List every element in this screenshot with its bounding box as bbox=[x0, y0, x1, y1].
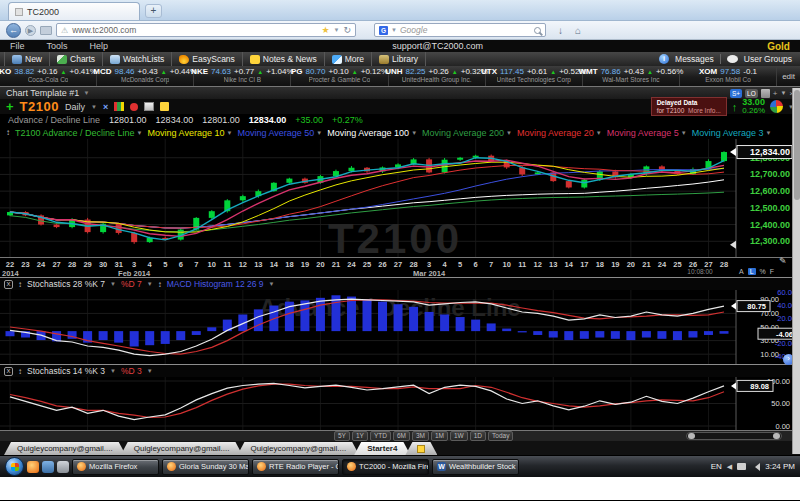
ticker-item[interactable]: NKE74.63+0.77▲+1.04%Nike Inc Cl B bbox=[194, 66, 291, 86]
zoom-1m[interactable]: 1M bbox=[431, 431, 448, 441]
explorer-quicklaunch-icon[interactable] bbox=[42, 461, 54, 473]
download-icon[interactable]: ↓ bbox=[558, 25, 563, 36]
scroll-handle-right[interactable] bbox=[773, 433, 780, 439]
ticker-edit-link[interactable]: edit bbox=[777, 66, 800, 86]
task-button[interactable]: Mozilla Firefox bbox=[72, 459, 159, 475]
stochastic-panel[interactable]: 100.0050.000.0089.08 bbox=[0, 377, 800, 430]
zoom-1d[interactable]: 1D bbox=[470, 431, 486, 441]
zoom-1y[interactable]: 1Y bbox=[352, 431, 368, 441]
calendar-icon[interactable] bbox=[144, 102, 154, 111]
url-dropdown-icon[interactable]: ▼ bbox=[334, 27, 340, 33]
stochastics28-label[interactable]: Stochastics 28 %K 7 bbox=[27, 279, 105, 289]
stochastics28-d-label[interactable]: %D 7 bbox=[121, 279, 142, 289]
resize-handle-icon[interactable]: ↕ bbox=[18, 280, 22, 289]
legend-item[interactable]: Moving Average 200▼ bbox=[422, 128, 512, 138]
resize-handle-icon[interactable]: ↕ bbox=[18, 367, 22, 376]
layout-tab[interactable]: Quigleycompany@gmail.... bbox=[4, 442, 126, 455]
search-input[interactable] bbox=[400, 25, 531, 35]
bookmark-star-icon[interactable]: ★ bbox=[321, 25, 329, 35]
ticker-item[interactable]: UNH82.25+0.26▲+0.32%UnitedHealth Group I… bbox=[389, 66, 486, 86]
axis-mode-l[interactable]: L bbox=[748, 268, 756, 275]
legend-item[interactable]: Moving Average 5▼ bbox=[607, 128, 687, 138]
toolbar-button-easyscans[interactable]: EasyScans bbox=[172, 52, 243, 66]
zoom-3m[interactable]: 3M bbox=[412, 431, 429, 441]
browser-vertical-scrollbar[interactable] bbox=[792, 88, 800, 454]
macd-stochastic-panel[interactable]: Advance / Decline Line90.0070.0050.0030.… bbox=[0, 290, 800, 364]
clock[interactable]: 3:24 PM bbox=[765, 462, 795, 471]
menu-tools[interactable]: Tools bbox=[47, 41, 68, 51]
more-info-link[interactable]: More Info... bbox=[688, 107, 721, 114]
legend-item[interactable]: T2100 Advance / Decline Line▼ bbox=[15, 128, 143, 138]
search-engine-dropdown-icon[interactable]: ▼ bbox=[391, 27, 397, 33]
toolbar-button-charts[interactable]: Charts bbox=[50, 52, 103, 66]
axis-mode-%[interactable]: % bbox=[760, 268, 766, 275]
axis-mode-a[interactable]: A bbox=[739, 268, 744, 275]
user-groups-button[interactable]: User Groups bbox=[744, 54, 792, 64]
macd-histogram-label[interactable]: MACD Histogram 12 26 9 bbox=[167, 279, 264, 289]
start-button[interactable] bbox=[5, 457, 24, 476]
task-button[interactable]: RTE Radio Player - Gl... bbox=[252, 459, 339, 475]
speaker-icon[interactable] bbox=[751, 463, 760, 471]
legend-item[interactable]: Moving Average 10▼ bbox=[148, 128, 233, 138]
layout-tab[interactable]: Starter4 bbox=[354, 442, 410, 455]
chevron-down-icon[interactable]: ▼ bbox=[780, 90, 786, 96]
menu-file[interactable]: File bbox=[10, 41, 25, 51]
drawing-tools-icon[interactable]: × bbox=[103, 102, 108, 112]
layout-tab[interactable]: Quigleycompany@gmail.... bbox=[121, 442, 243, 455]
task-button[interactable]: TC2000 - Mozilla Fire... bbox=[342, 459, 429, 475]
main-chart[interactable]: T210012,800.0012,700.0012,600.0012,500.0… bbox=[0, 139, 800, 257]
messages-button[interactable]: Messages bbox=[675, 54, 714, 64]
menu-help[interactable]: Help bbox=[90, 41, 109, 51]
ticker-item[interactable]: XOM97.58-0.1Exxon Mobil Co bbox=[680, 66, 777, 86]
legend-item[interactable]: Moving Average 3▼ bbox=[692, 128, 772, 138]
record-icon[interactable] bbox=[130, 103, 138, 111]
delayed-data-banner[interactable]: Delayed Data for T2100 More Info... bbox=[651, 97, 727, 117]
folder-icon[interactable] bbox=[40, 26, 52, 35]
chart-horizontal-scrollbar[interactable] bbox=[686, 432, 782, 440]
zoom-5y[interactable]: 5Y bbox=[334, 431, 350, 441]
ticker-item[interactable]: KO38.82+0.16▲+0.41%Coca-Cola Co bbox=[0, 66, 97, 86]
legend-item[interactable]: Moving Average 20▼ bbox=[517, 128, 602, 138]
ticker-item[interactable]: PG80.70+0.10▲+0.12%Procter & Gamble Co bbox=[291, 66, 388, 86]
close-panel-icon[interactable]: X bbox=[4, 280, 13, 289]
resize-handle-icon[interactable]: ↕ bbox=[6, 128, 10, 137]
tray-chevron-icon[interactable]: ◀ bbox=[727, 463, 732, 471]
add-symbol-icon[interactable]: + bbox=[6, 100, 14, 113]
task-button[interactable]: WWealthbuilder Stock ... bbox=[432, 459, 519, 475]
symbol-label[interactable]: T2100 bbox=[20, 99, 59, 114]
network-icon[interactable] bbox=[737, 463, 746, 470]
keyboard-language[interactable]: EN bbox=[711, 462, 722, 471]
scrollbar-thumb[interactable] bbox=[794, 90, 800, 200]
reload-icon[interactable]: ↻ bbox=[343, 25, 351, 35]
home-icon[interactable]: ⌂ bbox=[575, 25, 581, 36]
zoom-ytd[interactable]: YTD bbox=[370, 431, 391, 441]
ticker-item[interactable]: UTX117.45+0.61▲+0.52%United Technologies… bbox=[486, 66, 583, 86]
back-icon[interactable]: ← bbox=[6, 23, 21, 38]
firefox-quicklaunch-icon[interactable] bbox=[27, 461, 39, 473]
toolbar-button-more[interactable]: More bbox=[325, 52, 372, 66]
browser-tab[interactable]: TC2000 bbox=[8, 2, 140, 20]
chart-template-selector[interactable]: Chart Template #1 bbox=[6, 88, 79, 98]
legend-item[interactable]: Moving Average 100▼ bbox=[327, 128, 417, 138]
toolbar-button-watchlists[interactable]: WatchLists bbox=[103, 52, 172, 66]
ticker-item[interactable]: MCD98.46+0.43▲+0.44%McDonalds Corp bbox=[97, 66, 194, 86]
resize-handle-icon[interactable]: ↕ bbox=[158, 280, 162, 289]
toolbar-button-library[interactable]: Library bbox=[372, 52, 426, 66]
timeframe-selector[interactable]: Daily bbox=[65, 102, 85, 112]
search-icon[interactable] bbox=[534, 27, 541, 34]
chart-style-icon[interactable] bbox=[114, 102, 124, 111]
axis-mode-f[interactable]: F bbox=[770, 268, 774, 275]
note-icon[interactable] bbox=[160, 102, 169, 111]
forward-icon[interactable]: ▶ bbox=[25, 25, 36, 36]
url-field[interactable]: ⚠ www.tc2000.com ★ ▼ ↻ bbox=[56, 23, 356, 37]
close-panel-icon[interactable]: X bbox=[4, 367, 13, 376]
new-tab-button[interactable]: + bbox=[145, 4, 162, 18]
document-quicklaunch-icon[interactable] bbox=[57, 461, 69, 473]
toolbar-button-notes-news[interactable]: Notes & News bbox=[243, 52, 325, 66]
scroll-handle-left[interactable] bbox=[688, 433, 695, 439]
legend-item[interactable]: Moving Average 50▼ bbox=[237, 128, 322, 138]
zoom-today[interactable]: Today bbox=[488, 431, 513, 441]
zoom-1w[interactable]: 1W bbox=[450, 431, 468, 441]
zoom-6m[interactable]: 6M bbox=[393, 431, 410, 441]
stochastics14-label[interactable]: Stochastics 14 %K 3 bbox=[27, 366, 105, 376]
